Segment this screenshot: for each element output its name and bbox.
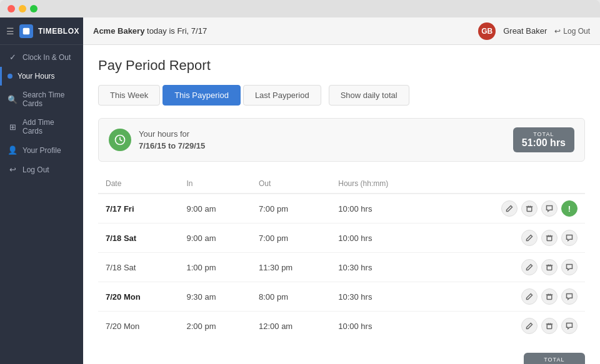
table-row: 7/20 Mon 2:00 pm 12:00 am 10:00 hrs xyxy=(98,312,585,341)
cell-hours: 10:00 hrs xyxy=(331,312,436,341)
clock-circle-icon xyxy=(109,129,131,151)
sidebar-item-your-profile[interactable]: 👤 Your Profile xyxy=(0,140,83,160)
delete-button[interactable] xyxy=(541,288,558,305)
cell-out: 7:00 pm xyxy=(251,224,331,253)
cell-in: 1:00 pm xyxy=(179,253,251,282)
cell-date: 7/18 Sat xyxy=(98,224,179,253)
table-row: 7/18 Sat 1:00 pm 11:30 pm 10:30 hrs xyxy=(98,253,585,282)
cell-hours: 10:00 hrs xyxy=(331,194,436,224)
row-actions xyxy=(444,288,578,305)
svg-rect-0 xyxy=(23,27,30,34)
app-container: ☰ TIMEBLOX ✓ Clock In & Out Your Hours 🔍… xyxy=(0,17,600,364)
row-actions xyxy=(444,318,578,334)
sidebar-item-label: Clock In & Out xyxy=(22,53,71,62)
comment-button[interactable] xyxy=(561,288,578,305)
hamburger-icon[interactable]: ☰ xyxy=(6,26,14,36)
cell-hours: 10:30 hrs xyxy=(331,253,436,282)
alert-button[interactable]: ! xyxy=(561,200,578,217)
svg-line-3 xyxy=(120,140,122,141)
cell-date: 7/17 Fri xyxy=(98,194,179,224)
sidebar-item-label: Your Hours xyxy=(18,72,55,81)
cell-actions xyxy=(436,253,585,282)
bottom-total: TOTAL 51:00 hrs xyxy=(98,353,585,364)
cell-out: 11:30 pm xyxy=(251,253,331,282)
col-header-date: Date xyxy=(98,174,179,194)
svg-rect-16 xyxy=(547,295,552,300)
content-area: Pay Period Report This Week This Payperi… xyxy=(83,45,600,364)
col-header-hours: Hours (hh:mm) xyxy=(331,174,436,194)
active-indicator xyxy=(8,74,12,79)
edit-button[interactable] xyxy=(521,318,538,334)
edit-button[interactable] xyxy=(501,200,518,217)
company-name: Acme Bakery xyxy=(93,26,144,36)
sidebar-item-log-out[interactable]: ↩ Log Out xyxy=(0,160,83,179)
cell-out: 7:00 pm xyxy=(251,194,331,224)
total-badge: TOTAL 51:00 hrs xyxy=(513,127,574,152)
delete-button[interactable] xyxy=(541,259,558,275)
comment-button[interactable] xyxy=(541,200,558,217)
col-header-out: Out xyxy=(251,174,331,194)
sidebar-item-add-time-cards[interactable]: ⊞ Add Time Cards xyxy=(0,113,83,140)
logout-icon: ↩ xyxy=(554,27,561,36)
page-title: Pay Period Report xyxy=(98,57,585,74)
delete-button[interactable] xyxy=(541,230,558,246)
tab-last-payperiod[interactable]: Last Payperiod xyxy=(243,85,321,106)
sidebar-item-label: Log Out xyxy=(22,165,49,174)
hours-info-left: Your hours for 7/16/15 to 7/29/15 xyxy=(109,128,205,152)
add-icon: ⊞ xyxy=(8,122,18,132)
table-row: 7/18 Sat 9:00 am 7:00 pm 10:00 hrs xyxy=(98,224,585,253)
sidebar-item-your-hours[interactable]: Your Hours xyxy=(0,67,83,86)
maximize-button[interactable] xyxy=(30,5,38,12)
avatar: GB xyxy=(478,22,496,40)
row-actions xyxy=(444,259,578,275)
topbar: Acme Bakery today is Fri, 7/17 GB Great … xyxy=(83,17,600,45)
col-header-in: In xyxy=(179,174,251,194)
tab-this-payperiod[interactable]: This Payperiod xyxy=(162,85,241,106)
sidebar-item-search-time-cards[interactable]: 🔍 Search Time Cards xyxy=(0,86,83,113)
bottom-total-label: TOTAL xyxy=(532,357,576,363)
comment-button[interactable] xyxy=(561,318,578,334)
table-row: 7/20 Mon 9:30 am 8:00 pm 10:30 hrs xyxy=(98,282,585,312)
edit-button[interactable] xyxy=(521,230,538,246)
user-name: Great Baker xyxy=(503,26,547,36)
close-button[interactable] xyxy=(8,5,15,12)
cell-actions xyxy=(436,224,585,253)
today-date: today is Fri, 7/17 xyxy=(147,26,207,36)
logout-button[interactable]: ↩ Log Out xyxy=(554,27,590,36)
comment-button[interactable] xyxy=(561,230,578,246)
app-name-label: TIMEBLOX xyxy=(38,27,79,36)
hours-text: Your hours for 7/16/15 to 7/29/15 xyxy=(139,128,205,152)
edit-button[interactable] xyxy=(521,259,538,275)
svg-rect-20 xyxy=(547,325,552,329)
delete-button[interactable] xyxy=(541,318,558,334)
main-area: Acme Bakery today is Fri, 7/17 GB Great … xyxy=(83,17,600,364)
tab-show-daily-total[interactable]: Show daily total xyxy=(329,85,409,106)
sidebar: ☰ TIMEBLOX ✓ Clock In & Out Your Hours 🔍… xyxy=(0,17,83,364)
delete-button[interactable] xyxy=(521,200,538,217)
edit-button[interactable] xyxy=(521,288,538,305)
sidebar-header: ☰ TIMEBLOX xyxy=(0,17,83,45)
sidebar-item-label: Search Time Cards xyxy=(22,91,76,108)
svg-rect-12 xyxy=(547,266,552,270)
svg-rect-4 xyxy=(527,207,532,212)
tab-row: This Week This Payperiod Last Payperiod … xyxy=(98,85,585,106)
sidebar-item-clock-in-out[interactable]: ✓ Clock In & Out xyxy=(0,47,83,67)
cell-out: 8:00 pm xyxy=(251,282,331,312)
avatar-initials: GB xyxy=(481,27,492,36)
time-table: Date In Out Hours (hh:mm) 7/17 Fri 9:00 … xyxy=(98,174,585,340)
comment-button[interactable] xyxy=(561,259,578,275)
cell-in: 9:30 am xyxy=(179,282,251,312)
row-actions: ! xyxy=(444,200,578,217)
window-chrome xyxy=(0,0,600,17)
topbar-right: GB Great Baker ↩ Log Out xyxy=(478,22,590,40)
cell-in: 9:00 am xyxy=(179,224,251,253)
table-row: 7/17 Fri 9:00 am 7:00 pm 10:00 hrs xyxy=(98,194,585,224)
minimize-button[interactable] xyxy=(19,5,26,12)
tab-this-week[interactable]: This Week xyxy=(98,85,160,106)
total-label: TOTAL xyxy=(522,131,566,137)
cell-actions xyxy=(436,312,585,341)
bottom-total-badge: TOTAL 51:00 hrs xyxy=(524,353,585,364)
hours-range: 7/16/15 to 7/29/15 xyxy=(139,140,205,152)
sidebar-nav: ✓ Clock In & Out Your Hours 🔍 Search Tim… xyxy=(0,45,83,364)
cell-date: 7/20 Mon xyxy=(98,282,179,312)
